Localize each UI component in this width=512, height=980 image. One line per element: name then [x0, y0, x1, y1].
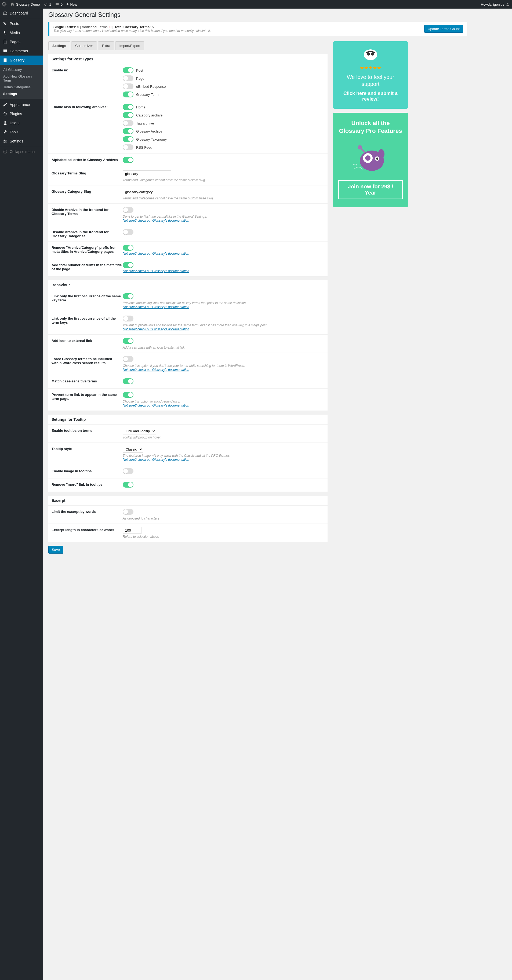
label-enable-archives: Enable also in following archives: — [51, 104, 123, 150]
wp-logo[interactable] — [2, 2, 6, 6]
select-tooltip-mode[interactable]: Link and Tooltip — [123, 428, 156, 434]
label-remove-prefix: Remove "Archive/Category" prefix from me… — [51, 245, 123, 256]
tab-import-export[interactable]: Import/Export — [115, 41, 144, 50]
menu-appearance[interactable]: Appearance — [0, 100, 43, 109]
menu-plugins[interactable]: Plugins — [0, 109, 43, 118]
toggle-page[interactable] — [123, 75, 134, 81]
toggle-glossary-archive[interactable] — [123, 128, 134, 134]
toggle-glossary-tax[interactable] — [123, 136, 134, 142]
section-behaviour: Behaviour — [48, 280, 327, 290]
toggle-first-same-key[interactable] — [123, 293, 134, 299]
doc-link[interactable]: Not sure? check out Glossary's documenta… — [123, 368, 189, 372]
doc-link[interactable]: Not sure? check out Glossary's documenta… — [123, 252, 189, 256]
doc-link[interactable]: Not sure? check out Glossary's documenta… — [123, 269, 189, 273]
toggle-external-icon[interactable] — [123, 338, 134, 344]
comments-link[interactable]: 0 — [55, 2, 62, 6]
toggle-rss[interactable] — [123, 144, 134, 150]
new-link[interactable]: +New — [66, 2, 77, 7]
toggle-oembed[interactable] — [123, 83, 134, 89]
menu-settings[interactable]: Settings — [0, 137, 43, 146]
doc-link[interactable]: Not sure? check out Glossary's documenta… — [123, 219, 189, 223]
toggle-remove-prefix[interactable] — [123, 245, 134, 251]
toggle-post[interactable] — [123, 67, 134, 73]
stars-icon: ★★★★★ — [338, 65, 403, 71]
toggle-tooltip-image[interactable] — [123, 468, 134, 474]
menu-pages[interactable]: Pages — [0, 37, 43, 46]
tab-settings[interactable]: Settings — [48, 41, 70, 50]
toggle-prevent-same-page[interactable] — [123, 392, 134, 398]
sub-all-glossary[interactable]: All Glossary — [0, 66, 43, 73]
input-terms-slug[interactable] — [123, 170, 171, 177]
label-disable-archive-terms: Disable Archive in the frontend for Glos… — [51, 207, 123, 223]
page-title: Glossary General Settings — [48, 11, 467, 19]
terms-count-notice: Single Terms: 5 | Additional Terms: 0 | … — [48, 22, 467, 36]
tab-extra[interactable]: Extra — [98, 41, 114, 50]
menu-dashboard[interactable]: Dashboard — [0, 9, 43, 18]
promo-review[interactable]: ★★★★★ We love to feel your support Click… — [333, 41, 408, 109]
section-excerpt: Excerpt — [48, 496, 327, 506]
input-category-slug[interactable] — [123, 189, 171, 196]
menu-tools[interactable]: Tools — [0, 127, 43, 137]
toggle-home[interactable] — [123, 104, 134, 110]
tab-customizer[interactable]: Customizer — [71, 41, 97, 50]
svg-point-11 — [3, 150, 7, 153]
menu-users[interactable]: Users — [0, 118, 43, 127]
svg-point-21 — [378, 149, 384, 159]
toggle-category[interactable] — [123, 112, 134, 118]
svg-point-8 — [4, 140, 5, 141]
collapse-menu[interactable]: Collapse menu — [0, 147, 43, 156]
svg-point-2 — [4, 32, 5, 33]
svg-point-10 — [4, 142, 5, 143]
toggle-remove-more[interactable] — [123, 482, 134, 488]
sub-settings[interactable]: Settings — [0, 91, 43, 97]
svg-rect-3 — [4, 59, 7, 62]
menu-glossary[interactable]: Glossary — [0, 56, 43, 65]
doc-link[interactable]: Not sure? check out Glossary's documenta… — [123, 328, 189, 331]
toggle-force-search[interactable] — [123, 356, 134, 362]
doc-link[interactable]: Not sure? check out Glossary's documenta… — [123, 305, 189, 309]
label-enable-in: Enable in: — [51, 67, 123, 97]
doc-link[interactable]: Not sure? check out Glossary's documenta… — [123, 458, 189, 461]
save-button[interactable]: Save — [48, 546, 63, 554]
toggle-disable-archive-terms[interactable] — [123, 207, 134, 213]
menu-media[interactable]: Media — [0, 28, 43, 37]
menu-comments[interactable]: Comments — [0, 46, 43, 56]
toggle-alpha-order[interactable] — [123, 157, 134, 163]
svg-point-19 — [376, 158, 378, 160]
label-terms-slug: Glossary Terms Slug — [51, 170, 123, 182]
label-alpha-order: Alphabetical order in Glossary Archives — [51, 157, 123, 164]
toggle-disable-archive-cats[interactable] — [123, 229, 134, 235]
site-link[interactable]: Glossary Demo — [10, 2, 40, 6]
svg-point-4 — [4, 121, 6, 123]
howdy-link[interactable]: Howdy, igenius — [481, 2, 510, 6]
input-excerpt-length[interactable] — [123, 527, 142, 534]
svg-point-9 — [5, 141, 6, 142]
svg-point-17 — [365, 155, 370, 161]
promo-pro[interactable]: Unlock all the Glossary Pro Features Joi… — [333, 113, 408, 207]
sub-add-term[interactable]: Add New Glossary Term — [0, 73, 43, 84]
label-disable-archive-cats: Disable Archive in the frontend for Glos… — [51, 229, 123, 238]
updates-link[interactable]: 1 — [44, 2, 51, 6]
toggle-case-sensitive[interactable] — [123, 379, 134, 384]
menu-posts[interactable]: Posts — [0, 19, 43, 28]
update-terms-count-button[interactable]: Update Terms Count — [424, 25, 463, 33]
label-category-slug: Glossary Category Slug — [51, 189, 123, 200]
svg-point-1 — [507, 3, 509, 4]
toggle-excerpt-words[interactable] — [123, 509, 134, 515]
toggle-total-meta[interactable] — [123, 262, 134, 268]
select-tooltip-style[interactable]: Classic — [123, 446, 143, 453]
section-post-types: Settings for Post Types — [48, 54, 327, 64]
svg-point-20 — [357, 145, 362, 150]
section-tooltip: Settings for Tooltip — [48, 415, 327, 425]
toggle-first-all-keys[interactable] — [123, 316, 134, 321]
toggle-tag[interactable] — [123, 120, 134, 126]
label-total-meta: Add total number of terms in the meta ti… — [51, 262, 123, 273]
doc-link[interactable]: Not sure? check out Glossary's documenta… — [123, 404, 189, 407]
sub-categories[interactable]: Terms Categories — [0, 84, 43, 91]
toggle-glossary-term[interactable] — [123, 92, 134, 97]
